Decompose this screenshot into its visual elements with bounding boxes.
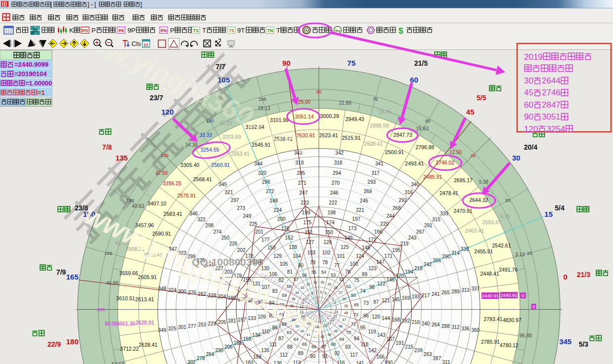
svg-text:224: 224 (273, 207, 282, 213)
svg-text:222: 222 (329, 200, 337, 205)
svg-text:2605.91: 2605.91 (138, 274, 157, 280)
svg-text:218: 218 (414, 266, 423, 271)
svg-text:223: 223 (301, 200, 309, 205)
svg-text:3203.69: 3203.69 (222, 134, 241, 140)
svg-text:295: 295 (297, 170, 305, 176)
svg-text:67: 67 (321, 344, 326, 349)
svg-text:157: 157 (238, 317, 246, 323)
svg-text:PN: PN (161, 28, 167, 33)
svg-text:3.13: 3.13 (515, 252, 525, 257)
svg-text:52: 52 (339, 277, 344, 282)
svg-text:173: 173 (349, 226, 357, 231)
svg-text:127: 127 (306, 240, 314, 245)
svg-text:191: 191 (396, 340, 404, 346)
svg-text:3254: 3254 (547, 124, 566, 134)
svg-text:195: 195 (392, 247, 400, 253)
svg-text:15: 15 (527, 250, 532, 256)
svg-text:54: 54 (321, 270, 326, 275)
svg-text:47: 47 (343, 318, 347, 322)
svg-text:P: P (170, 27, 175, 34)
svg-text:45: 45 (334, 329, 338, 333)
svg-text:192: 192 (402, 318, 410, 324)
svg-text:221: 221 (356, 207, 364, 213)
svg-text:34.38: 34.38 (185, 142, 197, 148)
svg-text:325: 325 (168, 326, 176, 331)
svg-text:216: 216 (412, 320, 420, 325)
svg-text:28: 28 (334, 286, 338, 289)
svg-text:253: 253 (198, 322, 206, 327)
svg-text:99: 99 (362, 272, 368, 277)
svg-text:46: 46 (339, 324, 343, 328)
svg-text:300: 300 (178, 289, 186, 294)
svg-text:135: 135 (261, 348, 269, 353)
svg-text:190: 190 (384, 360, 393, 364)
svg-text:23: 23 (333, 315, 337, 318)
svg-text:9.38: 9.38 (479, 179, 489, 185)
svg-text:194: 194 (405, 269, 413, 275)
svg-text:92: 92 (334, 351, 340, 356)
svg-text:2793.41: 2793.41 (483, 316, 502, 322)
svg-text:2493.41: 2493.41 (405, 161, 424, 166)
svg-text:70: 70 (346, 330, 351, 335)
svg-text:5/3: 5/3 (579, 340, 589, 348)
svg-text:56: 56 (302, 273, 307, 278)
svg-text:240: 240 (422, 321, 430, 326)
svg-text:220: 220 (380, 221, 389, 227)
svg-text:129: 129 (273, 253, 282, 259)
svg-text:169: 169 (402, 295, 410, 301)
svg-text:87: 87 (278, 336, 284, 341)
svg-text:53.13: 53.13 (112, 362, 124, 364)
svg-text:171: 171 (384, 253, 393, 259)
svg-text:74: 74 (360, 288, 366, 294)
svg-text:165: 165 (66, 273, 79, 281)
svg-text:21.88: 21.88 (339, 100, 351, 106)
svg-text:175: 175 (303, 220, 311, 225)
svg-text:294: 294 (333, 170, 341, 176)
svg-text:58: 58 (287, 284, 292, 289)
svg-text:324: 324 (168, 287, 176, 293)
svg-text:101: 101 (337, 253, 345, 259)
svg-text:197: 197 (352, 216, 360, 222)
svg-text:2478.41: 2478.41 (439, 190, 458, 196)
svg-text:15: 15 (544, 210, 553, 218)
svg-text:21/3: 21/3 (577, 271, 590, 279)
svg-text:1: 1 (335, 305, 337, 309)
svg-text:2: 2 (334, 301, 336, 304)
svg-text:241: 241 (432, 291, 440, 297)
svg-text:199: 199 (302, 210, 310, 215)
svg-text:112: 112 (280, 352, 288, 358)
svg-text:98: 98 (369, 284, 375, 290)
svg-text:200: 200 (277, 216, 286, 222)
svg-text:69: 69 (339, 337, 344, 342)
svg-text:287: 287 (433, 356, 441, 361)
svg-text:271: 271 (298, 180, 306, 186)
svg-text:30: 30 (505, 198, 511, 203)
svg-text:26: 26 (343, 297, 347, 301)
svg-text:2796.88: 2796.88 (415, 144, 434, 150)
svg-text:66: 66 (311, 344, 316, 349)
svg-text:291: 291 (424, 223, 433, 228)
svg-text:7/9: 7/9 (56, 268, 66, 276)
svg-text:5: 5 (325, 291, 327, 295)
svg-text:7: 7 (315, 290, 317, 294)
svg-text:91: 91 (322, 354, 328, 359)
svg-text:24: 24 (334, 310, 338, 314)
svg-text:349: 349 (158, 327, 167, 333)
svg-text:48: 48 (344, 311, 348, 315)
svg-text:120: 120 (524, 124, 538, 134)
svg-text:9P: 9P (128, 27, 135, 34)
svg-text:6.25: 6.25 (500, 214, 510, 219)
svg-text:40.63: 40.63 (132, 203, 144, 209)
svg-text:30: 30 (512, 154, 521, 162)
svg-text:8: 8 (311, 291, 313, 295)
svg-text:182: 182 (234, 340, 242, 346)
svg-text:289: 289 (451, 289, 460, 294)
svg-text:252: 252 (198, 291, 206, 297)
svg-text:]: ] (140, 1, 142, 8)
svg-text:292: 292 (398, 198, 407, 203)
svg-text:337: 337 (471, 286, 480, 291)
svg-text:90: 90 (316, 89, 322, 94)
svg-text:10: 10 (303, 297, 307, 301)
svg-text:=1: =1 (38, 89, 45, 96)
svg-text:151: 151 (305, 230, 313, 235)
